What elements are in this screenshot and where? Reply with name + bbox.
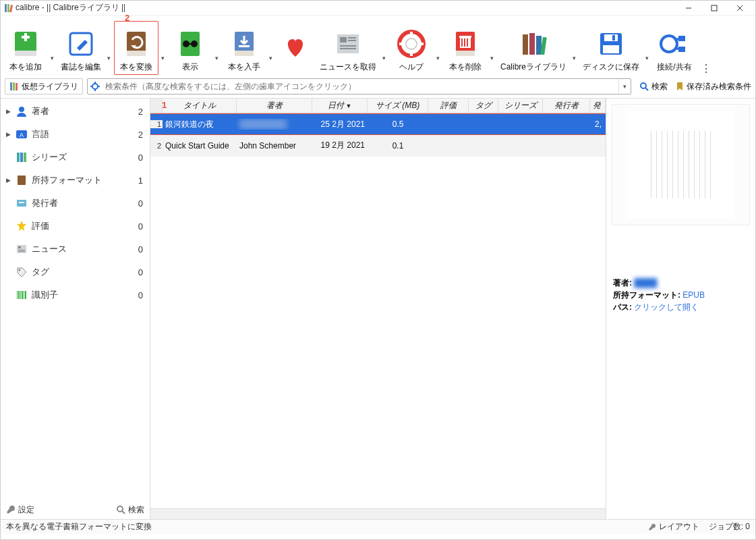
save-disk-dropdown[interactable]: ▾: [643, 21, 651, 75]
book-icon: [16, 174, 28, 186]
horizontal-scrollbar[interactable]: [150, 508, 606, 519]
get-books-dropdown[interactable]: ▾: [266, 21, 274, 75]
view-dropdown[interactable]: ▾: [212, 21, 221, 75]
col-size[interactable]: サイズ (MB): [368, 99, 428, 113]
sidebar-item-format[interactable]: ▶ 所持フォーマット 1: [1, 169, 150, 192]
sidebar-item-series[interactable]: シリーズ 0: [1, 146, 150, 169]
svg-rect-72: [17, 245, 26, 253]
svg-rect-0: [5, 4, 7, 12]
layout-button[interactable]: レイアウト: [648, 521, 699, 533]
gear-icon[interactable]: [88, 82, 103, 91]
svg-point-15: [183, 40, 190, 47]
get-books-button[interactable]: 本を入手: [222, 21, 266, 75]
svg-rect-46: [612, 35, 615, 40]
library-button[interactable]: Calibreライブラリ: [497, 21, 570, 75]
svg-rect-71: [19, 202, 24, 203]
help-dropdown[interactable]: ▾: [434, 21, 442, 75]
col-author[interactable]: 著者: [237, 99, 312, 113]
saved-search-button[interactable]: 保存済み検索条件: [676, 81, 751, 92]
svg-rect-4: [711, 5, 717, 11]
svg-rect-66: [17, 153, 20, 162]
svg-point-63: [19, 107, 24, 112]
connect-share-button[interactable]: 接続/共有: [652, 21, 697, 75]
news-icon: [332, 28, 364, 60]
maximize-button[interactable]: [701, 1, 727, 16]
minimize-button[interactable]: [676, 1, 701, 16]
sidebar-item-news[interactable]: ニュース 0: [1, 238, 150, 261]
convert-book-dropdown[interactable]: ▾: [158, 21, 167, 75]
tag-icon: [16, 266, 28, 278]
help-button[interactable]: ヘルプ: [389, 21, 434, 75]
fetch-news-button[interactable]: ニュースを取得: [316, 21, 380, 75]
cover-preview[interactable]: [612, 104, 750, 225]
library-dropdown[interactable]: ▾: [570, 21, 578, 75]
col-tag[interactable]: タグ: [469, 99, 498, 113]
toolbar-overflow[interactable]: ⋮: [698, 43, 714, 75]
barcode-icon: [16, 289, 28, 301]
sidebar-item-tag[interactable]: タグ 0: [1, 261, 150, 284]
svg-point-61: [641, 83, 646, 88]
svg-rect-53: [10, 82, 12, 90]
search-box[interactable]: ▾: [87, 78, 631, 94]
col-series[interactable]: シリーズ: [498, 99, 543, 113]
save-disk-button[interactable]: ディスクに保存: [579, 21, 643, 75]
author-value-blurred: ████: [634, 278, 657, 288]
svg-rect-13: [127, 51, 146, 56]
svg-rect-81: [24, 291, 24, 299]
settings-button[interactable]: 設定: [6, 504, 34, 516]
fav-button[interactable]: [276, 21, 315, 75]
find-button[interactable]: 検索: [116, 504, 144, 516]
glasses-icon: [174, 28, 206, 60]
view-button[interactable]: 表示: [168, 21, 212, 75]
col-rating[interactable]: 評価: [428, 99, 469, 113]
table-row[interactable]: 1 銀河鉄道の夜 25 2月 2021 0.5 2,: [150, 113, 606, 135]
add-book-button[interactable]: 本を追加: [3, 21, 48, 75]
edit-metadata-dropdown[interactable]: ▾: [105, 21, 113, 75]
path-link[interactable]: クリックして開く: [634, 302, 699, 312]
titlebar: calibre - || Calibreライブラリ ||: [1, 1, 755, 16]
sidebar-item-author[interactable]: ▶ 著者 2: [1, 100, 150, 123]
sidebar-item-language[interactable]: ▶ A 言語 2: [1, 123, 150, 146]
author-blurred: [239, 119, 287, 130]
svg-rect-40: [523, 34, 528, 55]
close-button[interactable]: [727, 1, 753, 16]
cell-title: 銀河鉄道の夜: [163, 119, 237, 130]
search-input[interactable]: [103, 80, 618, 92]
col-date[interactable]: 日付▼: [312, 99, 368, 113]
sidebar-item-rating[interactable]: 評価 0: [1, 215, 150, 238]
add-book-dropdown[interactable]: ▾: [48, 21, 56, 75]
cell-size: 0.5: [368, 119, 428, 129]
convert-book-button[interactable]: 本を変換: [114, 21, 158, 75]
chevron-right-icon[interactable]: ▶: [5, 131, 11, 138]
svg-line-84: [122, 511, 125, 514]
lifebuoy-icon: [395, 28, 428, 60]
sidebar-item-identifier[interactable]: 識別子 0: [1, 284, 150, 306]
cell-author: John Schember: [237, 141, 312, 151]
virtual-library-button[interactable]: 仮想ライブラリ: [5, 78, 83, 94]
table-row[interactable]: 2 Quick Start Guide John Schember 19 2月 …: [150, 135, 606, 157]
remove-book-button[interactable]: 本を削除: [443, 21, 488, 75]
col-pub2[interactable]: 発: [590, 99, 606, 113]
col-publisher[interactable]: 発行者: [543, 99, 590, 113]
svg-rect-82: [25, 291, 26, 299]
search-dropdown[interactable]: ▾: [618, 79, 631, 94]
svg-rect-2: [9, 4, 13, 11]
books-stack-icon: [9, 82, 19, 91]
edit-metadata-button[interactable]: 書誌を編集: [57, 21, 105, 75]
jobs-indicator[interactable]: ジョブ数: 0: [709, 521, 750, 533]
chevron-right-icon[interactable]: ▶: [5, 177, 11, 184]
sidebar-item-publisher[interactable]: 発行者 0: [1, 192, 150, 215]
col-title[interactable]: タイトル: [163, 99, 237, 113]
publisher-icon: [16, 197, 28, 209]
fetch-news-dropdown[interactable]: ▾: [380, 21, 388, 75]
magnifier-icon: [116, 505, 125, 514]
search-row: 仮想ライブラリ ▾ 検索 保存済み検索条件: [1, 75, 755, 98]
svg-rect-34: [456, 51, 475, 56]
svg-rect-19: [235, 51, 254, 56]
search-button[interactable]: 検索: [635, 78, 672, 94]
magnifier-icon: [639, 82, 649, 91]
format-link[interactable]: EPUB: [682, 290, 705, 300]
remove-book-dropdown[interactable]: ▾: [488, 21, 496, 75]
chevron-right-icon[interactable]: ▶: [5, 108, 11, 115]
svg-rect-75: [18, 251, 25, 252]
